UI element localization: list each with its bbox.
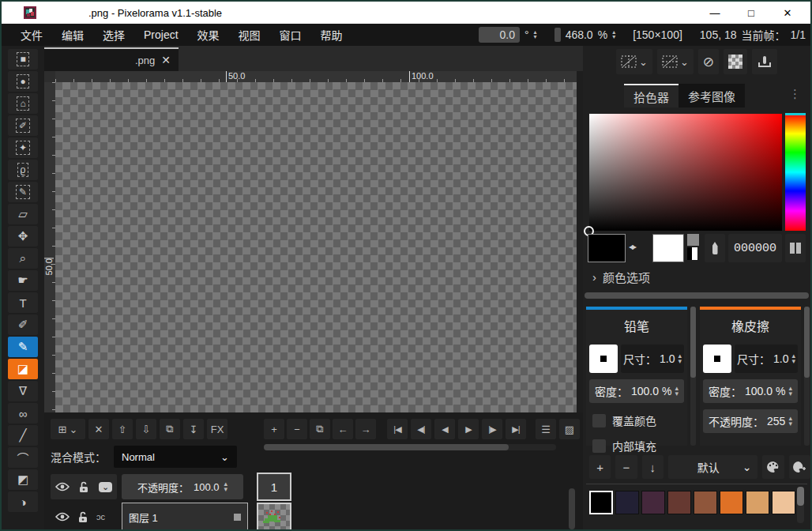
delete-layer-button[interactable]: ✕ [88,419,109,439]
menu-item-2[interactable]: 编辑 [52,24,93,46]
overwrite-color-checkbox[interactable] [592,414,606,427]
first-frame-button[interactable]: |◀ [387,419,408,439]
zoom-tool[interactable]: ⌕ [8,248,38,269]
rotation-spinner[interactable]: ▴▾ [534,30,537,40]
zoom-slider-handle[interactable] [554,28,561,42]
merge-layer-button[interactable]: ↧ [183,419,204,439]
link-cels-icon[interactable]: ɔc [96,512,105,522]
palette-swatch-2[interactable] [615,491,639,514]
primary-color-swatch[interactable] [588,234,626,262]
hex-color-input[interactable]: 000000 [728,234,782,262]
remove-frame-button[interactable]: − [287,419,307,439]
paint-select-tool[interactable]: ✎ [8,182,38,202]
minimize-button[interactable]: — [697,2,733,24]
palette-swatch-6[interactable] [720,491,743,514]
maximize-button[interactable]: □ [733,2,769,24]
cel-thumbnail[interactable] [257,503,291,531]
pencil-tool[interactable]: ✎ [8,337,38,357]
mirror-x-button[interactable]: ⌄ [616,49,652,74]
swap-colors-icon[interactable]: ◂▸ [629,241,635,252]
eraser-size-spinbox[interactable]: 尺寸： 1.0 ▴▾ [735,345,798,373]
move-frame-left-button[interactable]: ← [333,419,353,439]
tab-png[interactable]: .png ✕ [44,47,179,71]
shading-tool[interactable]: ∞ [8,403,38,424]
clone-layer-button[interactable]: ⧉ [160,419,180,439]
eraser-panel-scrollbar[interactable] [804,307,810,446]
layer-opacity-spinbox[interactable]: 不透明度： 100.0 ▴▾ [122,474,243,499]
eraser-density-spinbox[interactable]: 密度： 100.0 % ▴▾ [703,379,798,403]
clone-frame-button[interactable]: ⧉ [310,419,330,439]
pencil-brush-button[interactable] [589,345,618,373]
add-frame-button[interactable]: + [264,419,284,439]
hue-cursor[interactable] [785,113,806,115]
palette-swatch-8[interactable] [772,491,795,514]
menu-item-8[interactable]: 帮助 [311,24,352,46]
pixel-perfect-button[interactable]: ⊘ [698,49,719,74]
rectangle-tool[interactable]: ◩ [8,469,38,490]
ellipse-tool[interactable]: ◑ [8,491,38,512]
color-options-expander[interactable]: › 颜色选项 [592,269,650,285]
lasso-tool[interactable]: ϱ [8,160,38,180]
pencil-density-spinbox[interactable]: 密度： 100.0 % ▴▾ [589,379,684,403]
zoom-spinner[interactable]: ▴▾ [612,30,615,40]
edit-palette-button[interactable] [762,455,784,479]
eyedropper-button[interactable] [705,234,725,262]
menu-item-3[interactable]: 选择 [93,24,134,46]
hue-slider[interactable] [785,114,806,231]
move-tool[interactable]: ✥ [8,226,38,247]
palette-swatch-3[interactable] [641,491,665,514]
eraser-brush-button[interactable] [703,345,731,373]
layer-lock-icon[interactable] [77,511,88,523]
tab-close-icon[interactable]: ✕ [161,54,171,66]
secondary-color-swatch[interactable] [652,234,684,262]
curve-tool[interactable]: ⌒ [8,447,38,468]
menu-item-6[interactable]: 视图 [229,24,270,46]
blend-mode-dropdown[interactable]: Normal ⌄ [114,446,237,468]
layer-visibility-eye-icon[interactable] [55,512,70,522]
pan-tool[interactable]: ☛ [8,270,38,291]
timeline-horizontal-scrollbar[interactable] [264,444,556,450]
palette-swatch-1[interactable] [589,491,613,514]
palette-select-dropdown[interactable]: 默认 ⌄ [668,455,758,479]
add-layer-button[interactable]: ⊞⌄ [51,419,85,439]
bucket-tool[interactable]: ∇ [8,381,38,401]
tab-color-picker[interactable]: 拾色器 [624,84,679,107]
menu-item-4[interactable]: Project [134,25,188,44]
line-tool[interactable]: ╱ [8,425,38,446]
polygon-select-tool[interactable]: ⌂ [8,93,38,114]
mirror-y-button[interactable]: ⌄ [657,49,694,74]
color-select-tool[interactable]: ✐ [8,115,38,136]
right-panel-scrollbar[interactable] [585,292,809,299]
color-picker-tool[interactable]: ✐ [8,314,38,335]
pencil-size-spinbox[interactable]: 尺寸： 1.0 ▴▾ [621,345,684,373]
timeline-settings-button[interactable]: ☰ [536,419,556,439]
previous-frame-button[interactable]: ◀| [411,419,431,439]
palette-swatch-4[interactable] [667,491,691,514]
crop-tool[interactable]: ▱ [8,204,38,224]
eraser-tool[interactable]: ◪ [8,359,38,379]
move-layer-up-button[interactable]: ⇧ [112,419,133,439]
layer-fx-button[interactable]: FX [207,419,227,439]
frame-1-button[interactable]: 1 [257,473,291,501]
play-button[interactable]: ▶ [458,419,479,439]
last-frame-button[interactable]: ▶| [506,419,526,439]
rotation-input[interactable]: 0.0 [479,27,520,43]
palette-swatch-5[interactable] [694,491,717,514]
default-colors-swatch[interactable] [687,234,701,262]
color-sliders-mode-button[interactable] [785,234,806,262]
timeline-vertical-scrollbar[interactable] [569,488,575,529]
visibility-eye-icon[interactable] [55,482,70,491]
alpha-checker-button[interactable] [724,49,747,74]
palette-scrollbar[interactable] [797,487,804,523]
move-layer-down-button[interactable]: ⇩ [136,419,156,439]
ellipse-select-tool[interactable]: ● [8,71,38,92]
onion-skinning-button[interactable]: ▨ [559,419,580,439]
menu-item-7[interactable]: 窗口 [270,24,311,46]
add-color-button[interactable]: + [589,455,611,479]
opacity-spinner-arrows[interactable]: ▴▾ [224,481,228,492]
cel-options-icon[interactable]: ⌄ [99,482,112,492]
drawing-canvas[interactable] [55,82,577,412]
layer-name-field[interactable]: 图层 1 [122,503,248,531]
menu-item-1[interactable]: 文件 [11,24,52,46]
menu-item-5[interactable]: 效果 [188,24,229,46]
